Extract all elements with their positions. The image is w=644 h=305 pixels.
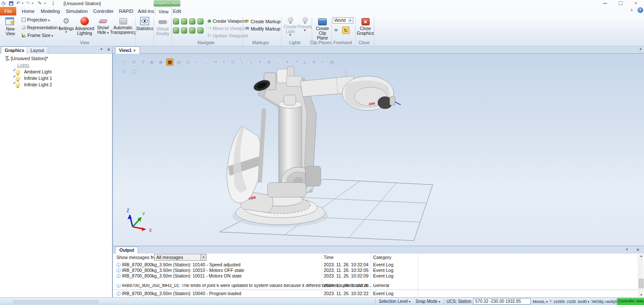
message-filter-select[interactable]: All messages ▾: [154, 254, 207, 261]
modify-markup-label: Modify Markup: [251, 26, 280, 31]
tab-addins[interactable]: Add-Ins: [135, 7, 157, 15]
tab-view[interactable]: View: [155, 7, 172, 15]
light-node-ambient[interactable]: Ambient Light: [15, 69, 52, 74]
station-label: [Unsaved Station]*: [11, 56, 48, 61]
lights-group-node[interactable]: Lights: [17, 63, 29, 68]
tab-modeling[interactable]: Modeling: [38, 7, 63, 15]
tab-edit[interactable]: Edit: [170, 7, 184, 15]
representation-button[interactable]: Representation: [21, 25, 60, 30]
freehand-reference-dropdown-icon: ▾: [348, 18, 352, 23]
close-button[interactable]: ✕: [631, 1, 641, 6]
tab-simulation[interactable]: Simulation: [63, 7, 91, 15]
viewpoint-home-icon[interactable]: [189, 27, 195, 34]
panel-menu-icon[interactable]: ▾: [100, 47, 102, 51]
tool-dropdown[interactable]: tool0: [578, 299, 589, 304]
light-node-infinite-1[interactable]: Infinite Light 1: [15, 76, 52, 81]
panel-close-icon[interactable]: ✕: [107, 47, 110, 52]
tab-rapid[interactable]: RAPID: [116, 7, 137, 15]
column-header-category[interactable]: Category: [373, 255, 392, 260]
customize-quick-access-icon[interactable]: ▾: [52, 2, 54, 6]
pen-dropdown-icon[interactable]: ▾: [44, 2, 46, 5]
tab-file[interactable]: File: [0, 7, 16, 15]
motion-modifier[interactable]: *: [550, 299, 552, 304]
viewport-tab-menu-icon[interactable]: ▾: [640, 47, 641, 51]
projection-button[interactable]: Projection: [21, 17, 50, 22]
redo-dropdown-icon[interactable]: ▾: [32, 2, 33, 5]
viewpoint-front-icon[interactable]: [173, 27, 179, 34]
frame-size-button[interactable]: Frame Size: [21, 33, 53, 38]
show-hide-button[interactable]: Show/ Hide: [95, 17, 111, 35]
create-viewpoint-label: Create Viewpoint: [213, 18, 247, 24]
ucs-label: UCS: Station: [447, 299, 471, 304]
restore-button[interactable]: [616, 1, 625, 6]
group-label-close: Close: [358, 40, 370, 45]
redo-icon[interactable]: ↷: [26, 0, 30, 6]
output-close-icon[interactable]: ✕: [636, 247, 640, 252]
selection-level-dropdown[interactable]: Selection Level: [379, 299, 410, 304]
light-node-infinite-2[interactable]: Infinite Light 2: [15, 82, 52, 87]
scroll-up-icon[interactable]: ▲: [638, 254, 644, 257]
ribbon: New View Projection Representation Frame…: [0, 15, 644, 46]
create-markup-button[interactable]: ⚑ Create Markup: [245, 18, 280, 24]
tab-home[interactable]: Home: [19, 7, 37, 15]
help-icon[interactable]: ?: [638, 7, 643, 13]
output-row[interactable]: ⓘ IRB_8700_800kg_3.50m (Station): 10011 …: [113, 273, 637, 279]
advanced-lighting-button[interactable]: Advanced Lighting: [74, 17, 95, 36]
controller-status-badge[interactable]: Controller status: 2/2: [617, 298, 644, 305]
coordinates-value: 570.32 -230.00 1932.85: [475, 299, 521, 304]
ribbon-tab-row: File Home Modeling Simulation Controller…: [0, 7, 644, 15]
projection-label: Projection: [27, 17, 50, 22]
app-icon[interactable]: ◷: [1, 0, 6, 6]
new-view-button[interactable]: New View: [1, 17, 20, 36]
speed-value[interactable]: v1000: [553, 299, 565, 304]
tab-graphics[interactable]: Graphics: [1, 46, 28, 54]
split-view-icon[interactable]: [189, 18, 195, 24]
settings-button[interactable]: ⚙ Settings ▾: [58, 17, 74, 34]
motion-instruction-dropdown[interactable]: MoveL: [533, 299, 548, 304]
robot-3d-model[interactable]: ABB: [113, 54, 644, 246]
output-row[interactable]: ⓘ IRB_8700_800kg_3.50m (Station): 10010 …: [113, 268, 637, 273]
undo-dropdown-icon[interactable]: ▾: [22, 2, 24, 5]
view1-close-icon[interactable]: ✕: [133, 49, 137, 53]
tab-view1[interactable]: View1 ✕: [115, 46, 140, 54]
save-icon[interactable]: [9, 1, 13, 6]
freehand-move-icon[interactable]: ✛: [334, 27, 338, 33]
markup-pen-icon[interactable]: ✎: [38, 0, 42, 6]
close-graphics-label: Close Graphics: [357, 26, 374, 36]
view-all-icon[interactable]: [173, 18, 179, 24]
station-tree-node[interactable]: [Unsaved Station]*: [4, 56, 48, 61]
create-clip-plane-label: Create Clip Plane: [313, 26, 332, 40]
create-viewpoint-button[interactable]: ◉ Create Viewpoint: [207, 18, 247, 24]
tab-layout[interactable]: Layout: [27, 46, 48, 54]
undo-icon[interactable]: ↶: [16, 0, 20, 6]
scrollbar-thumb[interactable]: [639, 279, 644, 288]
output-row[interactable]: ⓘ IRB_8700_800kg_3.50m (Station): 10140 …: [113, 262, 637, 268]
output-row[interactable]: ⓘ IRB_8700_800kg_3.50m (Station): 10040 …: [113, 291, 637, 296]
single-view-icon[interactable]: [197, 18, 204, 24]
output-scrollbar[interactable]: ▲ ▼: [638, 254, 644, 297]
output-menu-icon[interactable]: ▾: [626, 247, 628, 251]
zone-value[interactable]: z100: [567, 299, 576, 304]
freehand-rotate-icon[interactable]: ↻: [342, 27, 349, 34]
automatic-transparency-button[interactable]: Automatic Transparency: [111, 17, 135, 35]
tab-controller[interactable]: Controller: [90, 7, 117, 15]
freehand-reference-select[interactable]: World ▾: [333, 17, 353, 24]
3d-canvas[interactable]: ◰⊞↺◉◉▦▧⊡⌐↔↝⠿⊙╲╲⋎⊕∟✳↗∠⊘⊢▤ ▷ ▢: [112, 54, 644, 246]
collapse-ribbon-icon[interactable]: ∧: [630, 8, 633, 12]
viewpoint-top-icon[interactable]: [197, 27, 204, 34]
close-graphics-button[interactable]: ✕ Close Graphics: [357, 17, 374, 36]
create-markup-label: Create Markup: [251, 19, 280, 24]
snap-mode-dropdown[interactable]: Snap Mode: [416, 299, 440, 304]
column-header-time[interactable]: Time: [324, 255, 334, 260]
modify-markup-button[interactable]: ⚑ Modify Markup: [245, 26, 280, 31]
scroll-down-icon[interactable]: ▼: [638, 293, 644, 296]
statistics-button[interactable]: Statistics: [137, 17, 153, 31]
viewpoint-side-icon[interactable]: [181, 27, 187, 34]
create-clip-plane-button[interactable]: Create Clip Plane: [313, 17, 332, 40]
zoom-fit-icon[interactable]: [181, 18, 187, 24]
tab-output[interactable]: Output: [115, 247, 138, 254]
coordinates-field[interactable]: 570.32 -230.00 1932.85: [473, 298, 531, 305]
workobject-dropdown[interactable]: \WObj:=wobj0: [592, 299, 620, 304]
output-row-clipped[interactable]: ⓘ IRB8700_800_350_MH3_01: The limits of …: [113, 284, 637, 288]
minimize-button[interactable]: [600, 1, 610, 6]
